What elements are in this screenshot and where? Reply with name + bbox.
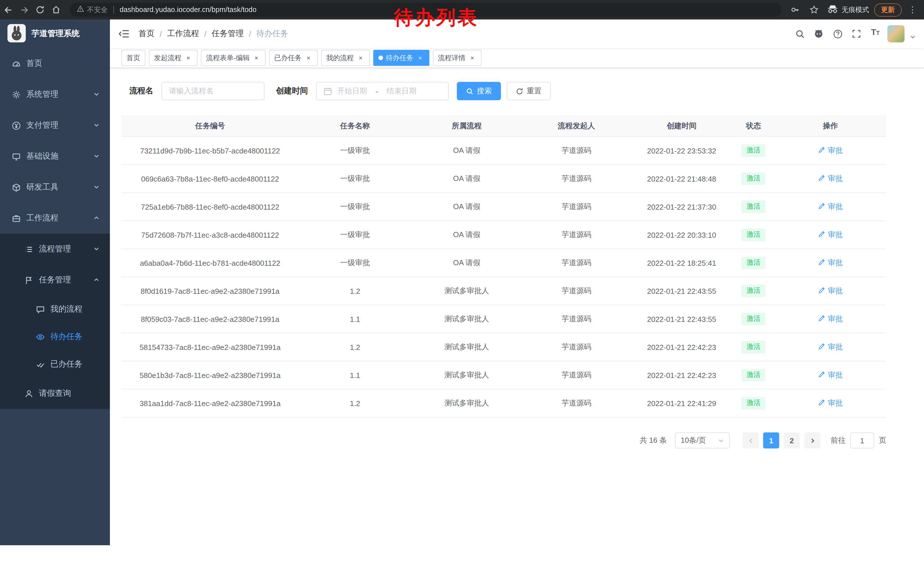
column-header: 所属流程 [411, 115, 522, 137]
browser-update-button[interactable]: 更新 [874, 3, 902, 17]
tab-start-process[interactable]: 发起流程× [149, 50, 198, 66]
date-range-picker[interactable]: 开始日期 - 结束日期 [316, 82, 449, 100]
search-icon[interactable] [793, 27, 807, 41]
check-icon [36, 360, 45, 369]
password-key-icon[interactable] [787, 2, 803, 18]
chevron-down-icon [93, 183, 100, 192]
chat-icon [36, 305, 45, 314]
avatar-caret-icon[interactable] [910, 33, 916, 42]
task-name-cell: 一级审批 [299, 193, 411, 221]
browser-home-icon[interactable] [48, 2, 64, 18]
sidebar-item-done-task[interactable]: 已办任务 [0, 350, 110, 378]
breadcrumb-item[interactable]: 工作流程 [167, 29, 199, 39]
sidebar-item-todo-task[interactable]: 待办任务 [0, 323, 110, 350]
close-icon[interactable]: × [416, 54, 424, 62]
sidebar-item-infra[interactable]: 基础设施 [0, 141, 110, 172]
process-cell: OA 请假 [411, 221, 522, 249]
approve-link[interactable]: 审批 [818, 398, 843, 408]
create-time-cell: 2022-01-22 20:33:10 [631, 221, 732, 249]
table-row: 58154733-7ac8-11ec-a9e2-a2380e71991a1.2测… [122, 333, 886, 361]
sidebar-item-home[interactable]: 首页 [0, 48, 110, 79]
chevron-up-icon [93, 275, 100, 285]
page-button-2[interactable]: 2 [784, 432, 800, 449]
approve-link[interactable]: 审批 [818, 314, 843, 324]
approve-link[interactable]: 审批 [818, 286, 843, 296]
bookmark-star-icon[interactable] [806, 2, 822, 18]
browser-menu-icon[interactable]: ⋮ [904, 2, 921, 18]
flag-icon [24, 275, 33, 285]
security-status[interactable]: 不安全 [77, 5, 108, 15]
close-icon[interactable]: × [357, 54, 364, 62]
sidebar-toggle-icon[interactable] [110, 28, 138, 39]
prev-page-button[interactable] [742, 432, 759, 449]
close-icon[interactable]: × [468, 54, 476, 62]
approve-link[interactable]: 审批 [818, 258, 843, 268]
process-cell: OA 请假 [411, 193, 522, 221]
approve-link[interactable]: 审批 [818, 146, 843, 156]
incognito-icon [827, 5, 838, 15]
browser-forward-icon[interactable] [16, 2, 32, 18]
page-size-value: 10条/页 [681, 435, 706, 446]
font-size-icon[interactable]: TT [868, 27, 882, 41]
sidebar-item-task-manage[interactable]: 任务管理 [0, 264, 110, 296]
browser-back-icon[interactable] [0, 2, 16, 18]
github-icon[interactable] [812, 27, 825, 41]
close-icon[interactable]: × [252, 54, 261, 62]
approve-link[interactable]: 审批 [818, 342, 843, 352]
tab-process-detail[interactable]: 流程详情× [433, 50, 482, 66]
list-icon [24, 245, 33, 254]
sidebar-item-process-manage[interactable]: 流程管理 [0, 234, 110, 264]
next-page-button[interactable] [804, 432, 820, 449]
tab-todo-task[interactable]: 待办任务× [373, 50, 429, 66]
search-button-label: 搜索 [477, 86, 492, 96]
breadcrumb-separator: / [249, 29, 251, 38]
sidebar-item-leave-query[interactable]: 请假查询 [0, 378, 110, 409]
tab-done-task[interactable]: 已办任务× [269, 50, 318, 66]
approve-link[interactable]: 审批 [818, 230, 843, 240]
app-logo[interactable]: 芋道管理系统 [0, 20, 110, 48]
sidebar-item-payment[interactable]: 支付管理 [0, 110, 110, 141]
tab-form-edit[interactable]: 流程表单-编辑× [201, 50, 266, 66]
avatar[interactable] [887, 25, 904, 42]
action-cell: 审批 [775, 305, 886, 333]
close-icon[interactable]: × [184, 54, 192, 62]
sidebar-item-devtools[interactable]: 研发工具 [0, 172, 110, 203]
starter-cell: 芋道源码 [522, 137, 631, 165]
fullscreen-icon[interactable] [850, 27, 863, 41]
breadcrumb-item[interactable]: 首页 [138, 29, 154, 39]
sidebar-item-system[interactable]: 系统管理 [0, 79, 110, 110]
approve-label: 审批 [828, 398, 843, 408]
browser-reload-icon[interactable] [32, 2, 48, 18]
tab-home[interactable]: 首页 [122, 50, 146, 66]
search-button[interactable]: 搜索 [457, 82, 501, 100]
tabs-bar: 首页发起流程×流程表单-编辑×已办任务×我的流程×待办任务×流程详情× [110, 48, 924, 68]
app-title: 芋道管理系统 [32, 29, 80, 39]
close-icon[interactable]: × [304, 54, 313, 62]
tab-my-process[interactable]: 我的流程× [321, 50, 370, 66]
breadcrumb-item[interactable]: 任务管理 [212, 29, 244, 39]
process-name-input[interactable]: 请输入流程名 [162, 82, 264, 100]
sidebar-item-workflow[interactable]: 工作流程 [0, 203, 110, 234]
status-cell: 激活 [732, 305, 775, 333]
action-cell: 审批 [775, 277, 886, 305]
starter-cell: 芋道源码 [522, 305, 631, 333]
approve-link[interactable]: 审批 [818, 201, 843, 212]
goto-page-input[interactable]: 1 [850, 432, 874, 449]
page-button-1[interactable]: 1 [763, 432, 779, 449]
annotation-overlay: 待办列表 [394, 5, 478, 31]
calendar-icon [324, 87, 332, 95]
status-cell: 激活 [732, 277, 775, 305]
main-area: 首页/工作流程/任务管理/待办任务 TT [110, 20, 924, 563]
incognito-label: 无痕模式 [842, 5, 869, 15]
task-name-cell: 一级审批 [299, 221, 411, 249]
approve-link[interactable]: 审批 [818, 174, 843, 184]
browser-toolbar-right: 无痕模式 更新 ⋮ [787, 2, 924, 18]
reset-button[interactable]: 重置 [507, 82, 551, 100]
create-time-cell: 2022-01-21 22:42:23 [631, 361, 732, 389]
sidebar-item-my-process[interactable]: 我的流程 [0, 296, 110, 323]
approve-link[interactable]: 审批 [818, 370, 843, 380]
page-size-select[interactable]: 10条/页 [675, 432, 730, 449]
help-icon[interactable] [831, 27, 844, 41]
status-cell: 激活 [732, 137, 775, 165]
column-header: 状态 [732, 115, 775, 137]
